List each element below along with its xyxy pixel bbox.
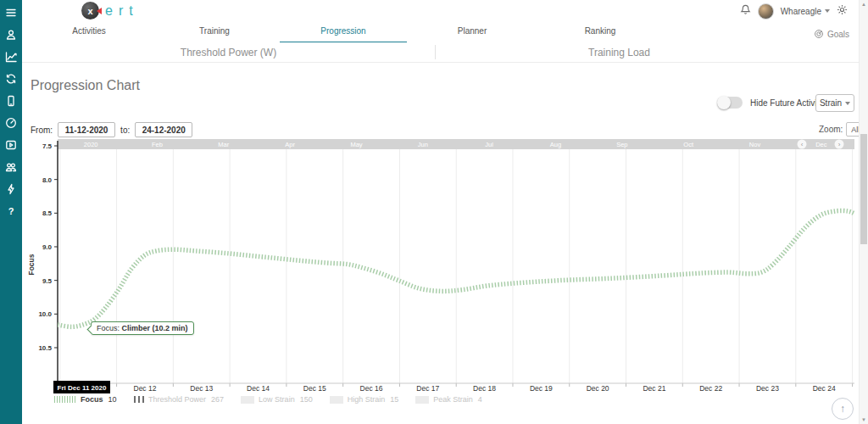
group-icon[interactable] (5, 160, 18, 173)
focus-swatch-icon (54, 396, 76, 403)
x-axis-label: Dec 19 (530, 384, 553, 393)
chart-legend: Focus10Threshold Power267Low Strain150Hi… (54, 395, 482, 404)
chart-tooltip: Focus: Climber (10.2 min) (91, 321, 194, 335)
sidebar: ? (0, 0, 22, 424)
tooltip-value: Climber (10.2 min) (122, 324, 188, 332)
focus-series-curve[interactable] (58, 210, 856, 326)
y-axis-label: 10.0 (38, 310, 52, 318)
legend-item-high-strain[interactable]: High Strain15 (330, 395, 399, 404)
xert-progression-page: ? x ert Whareagle Goals (0, 0, 868, 424)
strain-swatch-icon (415, 396, 429, 404)
prev-arrow-icon: ‹ (801, 141, 804, 148)
y-axis-title: Focus (27, 254, 36, 275)
x-axis-label: Dec 22 (699, 384, 722, 393)
menu-icon[interactable] (5, 6, 18, 19)
navigator-month-label: Sep (616, 141, 627, 148)
strain-swatch-icon (330, 396, 343, 404)
x-axis-label: Dec 20 (587, 384, 609, 393)
y-axis-label: 8.0 (42, 176, 53, 184)
y-axis-label: 10.5 (38, 344, 52, 352)
x-axis-label: Dec 13 (190, 384, 213, 393)
x-axis-label: Dec 17 (416, 384, 439, 393)
x-axis-label: Dec 23 (756, 384, 779, 393)
navigator-month-label: Jun (418, 141, 428, 148)
scrollbar-up-icon[interactable]: ▲ (860, 2, 868, 7)
scrollbar-down-icon[interactable]: ▼ (860, 417, 868, 422)
strain-swatch-icon (241, 396, 254, 404)
navigator-month-label: Oct (683, 141, 694, 148)
navigator-month-label: May (350, 141, 362, 148)
next-arrow-icon: › (838, 141, 841, 148)
video-icon[interactable] (5, 138, 18, 151)
navigator-month-label: Jul (485, 141, 493, 148)
x-axis-label: Dec 21 (643, 384, 665, 393)
navigator-month-label: Aug (550, 141, 561, 148)
svg-text:?: ? (8, 206, 14, 216)
navigator-month-label: Nov (749, 141, 761, 148)
navigator-month-label: 2020 (84, 141, 98, 148)
threshold-swatch-icon (134, 396, 145, 403)
selected-date-label: Fri Dec 11 2020 (58, 384, 107, 392)
y-axis-label: 8.5 (42, 209, 53, 217)
x-axis-label: Dec 15 (303, 384, 326, 393)
legend-item-low-strain[interactable]: Low Strain150 (241, 395, 313, 404)
x-axis-label: Dec 14 (247, 384, 270, 393)
page-scrollbar[interactable]: ▲ ▼ (859, 0, 868, 424)
up-arrow-icon: ↑ (840, 403, 845, 415)
tooltip-label: Focus: (97, 324, 120, 332)
gauge-icon[interactable] (5, 116, 18, 129)
legend-item-peak-strain[interactable]: Peak Strain4 (415, 395, 482, 404)
navigator-month-label: Apr (285, 141, 295, 148)
sync-icon[interactable] (5, 72, 18, 85)
help-icon[interactable]: ? (5, 204, 18, 217)
progression-chart[interactable]: 2020FebMarAprMayJunJulAugSepOctNovDec‹›7… (0, 0, 868, 424)
navigator-band[interactable] (58, 139, 854, 149)
legend-item-threshold-power[interactable]: Threshold Power267 (134, 395, 225, 404)
navigator-month-label: Mar (218, 141, 229, 148)
legend-item-focus[interactable]: Focus10 (54, 395, 117, 404)
x-axis-label: Dec 24 (813, 384, 836, 393)
x-axis-label: Dec 16 (360, 384, 383, 393)
progression-icon[interactable] (5, 50, 18, 63)
athlete-icon[interactable] (5, 28, 18, 41)
mobile-icon[interactable] (5, 94, 18, 107)
y-axis-label: 9.0 (42, 243, 53, 251)
scroll-to-top-button[interactable]: ↑ (832, 398, 854, 420)
x-axis-label: Dec 18 (473, 384, 496, 393)
power-icon[interactable] (5, 182, 18, 195)
scrollbar-thumb[interactable] (860, 134, 867, 244)
x-axis-label: Dec 12 (134, 384, 157, 393)
navigator-month-label: Feb (152, 141, 163, 148)
navigator-month-label: Dec (815, 141, 827, 148)
y-axis-label: 9.5 (42, 277, 53, 285)
y-axis-label: 7.5 (42, 142, 53, 150)
